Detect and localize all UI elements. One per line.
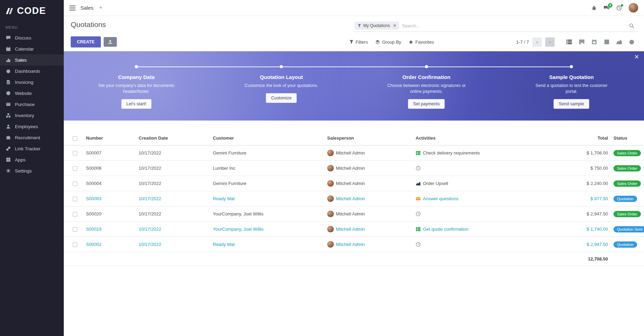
search-facet[interactable]: My Quotations ✕ [355, 22, 399, 29]
activities-badge-dot [620, 4, 624, 7]
sidebar-item-recruitment[interactable]: Recruitment [0, 132, 64, 143]
tasks-icon[interactable] [416, 227, 421, 232]
row-checkbox[interactable] [73, 227, 77, 232]
tasks-icon[interactable] [416, 150, 421, 156]
messages-badge: 5 [608, 3, 612, 8]
pager-next-button[interactable]: › [545, 37, 555, 47]
activity-label[interactable]: Check delivery requirements [423, 150, 480, 156]
activity-label[interactable]: Answer questions [423, 196, 459, 201]
view-kanban-button[interactable] [576, 37, 587, 47]
sidebar-item-website[interactable]: Website [0, 88, 64, 99]
sidebar-item-discuss[interactable]: Discuss [0, 32, 64, 43]
sidebar-item-sales[interactable]: Sales [0, 54, 64, 65]
header-status[interactable]: Status [611, 131, 644, 145]
sidebar-item-label: Recruitment [15, 135, 40, 140]
menu-section-label: MENU [0, 21, 64, 32]
table-row[interactable]: S00007 10/17/2022 Gemini Furniture Mitch… [64, 145, 644, 161]
row-checkbox[interactable] [73, 197, 77, 201]
cell-status: Quotation [611, 237, 644, 252]
row-checkbox[interactable] [73, 166, 77, 171]
debug-icon[interactable] [591, 5, 597, 11]
website-icon [6, 90, 11, 96]
header-activities[interactable]: Activities [413, 131, 567, 145]
clock-icon[interactable] [416, 211, 421, 216]
sidebar-item-calendar[interactable]: Calendar [0, 43, 64, 54]
table-row[interactable]: S00003 10/17/2022 Ready Mat Mitchell Adm… [64, 191, 644, 206]
cell-creation-date: 10/17/2022 [136, 176, 210, 191]
view-list-button[interactable] [564, 37, 575, 47]
sidebar-item-inventory[interactable]: Inventory [0, 110, 64, 121]
row-checkbox[interactable] [73, 182, 77, 186]
clock-icon[interactable] [416, 242, 421, 247]
header-customer[interactable]: Customer [210, 131, 324, 145]
sidebar-item-label: Dashboards [15, 69, 40, 74]
row-checkbox[interactable] [73, 151, 77, 156]
sidebar-item-label: Settings [15, 168, 32, 174]
cell-status: Quotation [611, 191, 644, 206]
view-pivot-button[interactable] [601, 37, 612, 47]
sidebar-item-settings[interactable]: Settings [0, 165, 64, 176]
create-button[interactable]: CREATE [71, 36, 101, 47]
cell-number[interactable]: S00002 [83, 237, 136, 252]
messages-icon[interactable]: 5 [603, 5, 610, 11]
view-calendar-button[interactable] [589, 37, 600, 47]
sidebar-item-invoicing[interactable]: Invoicing [0, 77, 64, 88]
view-graph-button[interactable] [613, 37, 625, 47]
header-total[interactable]: Total [567, 131, 611, 145]
search-icon[interactable] [629, 23, 634, 28]
table-row[interactable]: S00004 10/17/2022 Gemini Furniture Mitch… [64, 176, 644, 191]
lets-start-button[interactable]: Let's start! [121, 99, 151, 109]
table-row[interactable]: S00002 10/17/2022 Ready Mat Mitchell Adm… [64, 237, 644, 252]
new-tab-button[interactable]: + [99, 4, 103, 11]
table-row[interactable]: S00020 10/17/2022 YourCompany, Joel Will… [64, 206, 644, 222]
status-badge: Quotation [613, 196, 637, 202]
cell-number[interactable]: S00004 [83, 176, 136, 191]
group-by-button[interactable]: Group By [375, 39, 401, 45]
logo[interactable]: CODE [0, 0, 64, 21]
search-bar[interactable]: My Quotations ✕ [354, 20, 637, 32]
status-badge: Quotation [613, 241, 637, 248]
salesperson-name: Mitchell Admin [336, 211, 365, 216]
step-dot [280, 65, 283, 68]
sidebar-item-employees[interactable]: Employees [0, 121, 64, 132]
email-icon[interactable] [416, 196, 421, 201]
table-row[interactable]: S00006 10/17/2022 Lumber Inc Mitchell Ad… [64, 161, 644, 176]
search-input[interactable] [402, 23, 626, 28]
row-checkbox[interactable] [73, 212, 77, 216]
row-checkbox[interactable] [73, 242, 77, 247]
sidebar-item-purchase[interactable]: Purchase [0, 99, 64, 110]
cell-number[interactable]: S00003 [83, 191, 136, 206]
customize-button[interactable]: Customize [266, 93, 297, 103]
header-salesperson[interactable]: Salesperson [324, 131, 413, 145]
sidebar-item-dashboards[interactable]: Dashboards [0, 65, 64, 77]
app-title[interactable]: Sales [80, 5, 94, 11]
activities-clock-icon[interactable] [616, 5, 622, 11]
favorites-button[interactable]: Favorites [409, 39, 434, 45]
pager-previous-button[interactable]: ‹ [532, 37, 542, 47]
cell-number[interactable]: S00019 [83, 222, 136, 237]
sidebar-item-apps[interactable]: Apps [0, 154, 64, 165]
sidebar-item-link-tracker[interactable]: Link Tracker [0, 143, 64, 154]
header-creation-date[interactable]: Creation Date [136, 131, 210, 145]
cell-number[interactable]: S00007 [83, 145, 136, 161]
activity-label[interactable]: Get quote confirmation [423, 227, 469, 232]
header-number[interactable]: Number [83, 131, 136, 145]
facet-remove-icon[interactable]: ✕ [393, 23, 396, 28]
cell-number[interactable]: S00006 [83, 161, 136, 176]
activity-label[interactable]: Order Upsell [423, 181, 448, 186]
breadcrumb-title[interactable]: Quotations [71, 20, 106, 29]
filters-button[interactable]: Filters [349, 39, 368, 45]
send-sample-button[interactable]: Send sample [554, 99, 589, 109]
cell-number[interactable]: S00020 [83, 206, 136, 222]
clock-icon[interactable] [416, 166, 421, 171]
chart-icon[interactable] [416, 181, 421, 186]
view-activity-button[interactable] [626, 37, 637, 47]
set-payments-button[interactable]: Set payments [408, 99, 445, 109]
user-avatar[interactable] [628, 3, 638, 13]
status-badge: Sales Order [613, 180, 641, 187]
select-all-checkbox[interactable] [73, 136, 77, 141]
hamburger-menu-icon[interactable] [69, 4, 76, 12]
favorites-star-icon [409, 40, 413, 44]
upload-button[interactable] [104, 37, 117, 47]
table-row[interactable]: S00019 10/17/2022 YourCompany, Joel Will… [64, 222, 644, 237]
